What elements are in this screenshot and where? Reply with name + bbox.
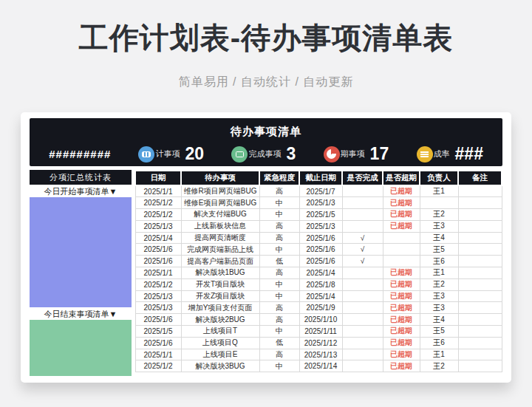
table-cell[interactable]: 2025/1/3: [135, 302, 181, 314]
table-cell[interactable]: 低: [259, 337, 299, 349]
table-cell[interactable]: 高: [259, 185, 299, 197]
table-cell[interactable]: 2025/1/7: [299, 185, 342, 197]
table-cell[interactable]: 2025/1/3: [299, 197, 342, 209]
overdue-cell[interactable]: 已超期: [383, 209, 420, 221]
table-cell[interactable]: [342, 349, 383, 360]
table-cell[interactable]: 高: [259, 232, 299, 244]
table-cell[interactable]: [458, 185, 502, 197]
table-cell[interactable]: 高: [259, 349, 299, 360]
table-cell[interactable]: 2025/1/8: [299, 278, 342, 290]
table-cell[interactable]: 解决版块2BUG: [181, 314, 259, 326]
table-cell[interactable]: 王5: [420, 244, 458, 256]
table-cell[interactable]: [383, 244, 420, 256]
table-cell[interactable]: 中: [259, 197, 299, 209]
table-cell[interactable]: 2025/1/1: [135, 267, 181, 279]
table-cell[interactable]: 2025/1/14: [299, 360, 342, 372]
table-cell[interactable]: [342, 326, 383, 338]
overdue-cell[interactable]: 已超期: [383, 290, 420, 302]
table-cell[interactable]: [342, 290, 383, 302]
table-cell[interactable]: 开发Z项目版块: [181, 290, 259, 302]
overdue-cell[interactable]: 已超期: [383, 314, 420, 326]
table-cell[interactable]: 低: [259, 256, 299, 267]
table-cell[interactable]: 高: [259, 220, 299, 232]
table-cell[interactable]: 2025/1/2: [135, 197, 181, 209]
table-cell[interactable]: 高: [259, 302, 299, 314]
today-end-section-toggle[interactable]: 今日结束事项清单▼: [30, 308, 132, 320]
table-cell[interactable]: 王6: [420, 337, 458, 349]
table-cell[interactable]: 2025/1/5: [135, 326, 181, 338]
table-cell[interactable]: 高: [259, 267, 299, 279]
table-cell[interactable]: [458, 267, 502, 279]
table-cell[interactable]: 2025/1/1: [135, 349, 181, 360]
table-cell[interactable]: [342, 337, 383, 349]
table-cell[interactable]: [342, 220, 383, 232]
table-cell[interactable]: [342, 302, 383, 314]
table-cell[interactable]: [383, 256, 420, 267]
table-cell[interactable]: 王4: [420, 232, 458, 244]
table-cell[interactable]: 解决版块3BUG: [181, 360, 259, 372]
table-cell[interactable]: [458, 314, 502, 326]
overdue-cell[interactable]: 已超期: [383, 302, 420, 314]
overdue-cell[interactable]: 已超期: [383, 197, 420, 209]
table-cell[interactable]: [458, 197, 502, 209]
table-cell[interactable]: 2025/1/2: [135, 278, 181, 290]
table-cell[interactable]: 提高网页清晰度: [181, 232, 259, 244]
table-cell[interactable]: [342, 197, 383, 209]
table-cell[interactable]: [458, 349, 502, 360]
table-cell[interactable]: 上线项目Q: [181, 337, 259, 349]
table-cell[interactable]: 高: [259, 314, 299, 326]
overdue-cell[interactable]: 已超期: [383, 360, 420, 372]
table-cell[interactable]: [458, 290, 502, 302]
table-cell[interactable]: 王6: [420, 256, 458, 267]
table-cell[interactable]: [458, 209, 502, 221]
table-cell[interactable]: [342, 209, 383, 221]
table-cell[interactable]: √: [342, 232, 383, 244]
table-cell[interactable]: 2025/1/6: [135, 337, 181, 349]
table-cell[interactable]: 上线项目T: [181, 326, 259, 338]
overdue-cell[interactable]: 已超期: [383, 278, 420, 290]
overdue-cell[interactable]: 已超期: [383, 326, 420, 338]
table-cell[interactable]: 王2: [420, 360, 458, 372]
table-cell[interactable]: [342, 185, 383, 197]
table-cell[interactable]: 中: [259, 290, 299, 302]
table-cell[interactable]: 王3: [420, 290, 458, 302]
table-cell[interactable]: 2025/1/6: [135, 314, 181, 326]
table-cell[interactable]: 2025/1/6: [299, 232, 342, 244]
today-start-section-toggle[interactable]: 今日开始事项清单▼: [30, 185, 132, 197]
table-cell[interactable]: 2025/1/13: [299, 349, 342, 360]
table-cell[interactable]: 王2: [420, 278, 458, 290]
table-cell[interactable]: 中: [259, 209, 299, 221]
table-cell[interactable]: 中: [259, 326, 299, 338]
table-cell[interactable]: 2025/1/2: [135, 360, 181, 372]
table-cell[interactable]: 2025/1/10: [299, 314, 342, 326]
overdue-cell[interactable]: 已超期: [383, 185, 420, 197]
table-cell[interactable]: 2025/1/12: [299, 337, 342, 349]
table-cell[interactable]: [458, 220, 502, 232]
table-cell[interactable]: 王3: [420, 302, 458, 314]
table-cell[interactable]: [383, 232, 420, 244]
table-cell[interactable]: [458, 244, 502, 256]
table-cell[interactable]: 王1: [420, 267, 458, 279]
table-cell[interactable]: [458, 232, 502, 244]
table-cell[interactable]: 维修E项目网页端BUG: [181, 197, 259, 209]
table-cell[interactable]: 中: [259, 244, 299, 256]
table-cell[interactable]: √: [342, 256, 383, 267]
table-cell[interactable]: 上线项目E: [181, 349, 259, 360]
overdue-cell[interactable]: 已超期: [383, 337, 420, 349]
table-cell[interactable]: 2025/1/2: [135, 209, 181, 221]
table-cell[interactable]: [458, 360, 502, 372]
table-cell[interactable]: 2025/1/4: [299, 267, 342, 279]
table-cell[interactable]: 完成网页端新品上线: [181, 244, 259, 256]
table-cell[interactable]: [342, 314, 383, 326]
table-cell[interactable]: 提高客户端新品页面: [181, 256, 259, 267]
table-cell[interactable]: 2025/1/5: [299, 209, 342, 221]
table-cell[interactable]: 上线新板块信息: [181, 220, 259, 232]
table-cell[interactable]: 2025/1/4: [135, 232, 181, 244]
table-cell[interactable]: 王3: [420, 220, 458, 232]
table-cell[interactable]: 2025/1/1: [135, 185, 181, 197]
table-cell[interactable]: 2025/1/6: [299, 244, 342, 256]
table-cell[interactable]: √: [342, 244, 383, 256]
table-cell[interactable]: 维修R项目网页端BUG: [181, 185, 259, 197]
table-cell[interactable]: 2025/1/4: [299, 290, 342, 302]
table-cell[interactable]: [458, 337, 502, 349]
